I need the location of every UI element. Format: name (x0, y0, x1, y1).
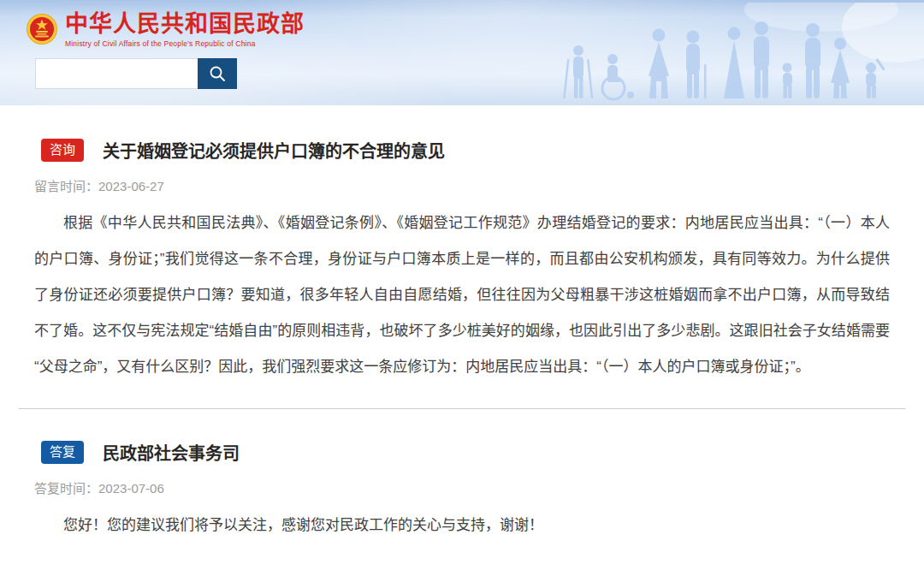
reply-title: 民政部社会事务司 (103, 440, 240, 465)
people-silhouettes-illustration (530, 3, 924, 104)
site-brand[interactable]: 中华人民共和国民政部 Ministry of Civil Affairs of … (26, 13, 305, 48)
site-title: 中华人民共和国民政部 (65, 13, 305, 36)
inquiry-time: 留言时间：2023-06-27 (34, 176, 890, 194)
inquiry-header: 咨询 关于婚姻登记必须提供户口簿的不合理的意见 (34, 138, 890, 163)
reply-body: 您好！您的建议我们将予以关注，感谢您对民政工作的关心与支持，谢谢！ (34, 508, 890, 543)
reply-badge: 答复 (41, 441, 84, 464)
reply-time: 答复时间：2023-07-06 (34, 478, 890, 496)
inquiry-time-label: 留言时间： (34, 179, 98, 193)
inquiry-time-value: 2023-06-27 (98, 179, 164, 193)
reply-time-value: 2023-07-06 (98, 481, 164, 496)
search-input[interactable] (35, 58, 198, 89)
search-button[interactable] (198, 58, 237, 89)
site-header: 中华人民共和国民政部 Ministry of Civil Affairs of … (0, 0, 924, 105)
inquiry-body: 根据《中华人民共和国民法典》、《婚姻登记条例》、《婚姻登记工作规范》办理结婚登记… (34, 205, 890, 385)
site-title-english: Ministry of Civil Affairs of the People'… (65, 40, 305, 48)
search-bar (35, 58, 237, 89)
reply-section: 答复 民政部社会事务司 答复时间：2023-07-06 您好！您的建议我们将予以… (34, 440, 890, 543)
national-emblem-logo (26, 13, 58, 45)
reply-header: 答复 民政部社会事务司 (34, 440, 890, 465)
section-divider (19, 408, 905, 409)
inquiry-section: 咨询 关于婚姻登记必须提供户口簿的不合理的意见 留言时间：2023-06-27 … (34, 138, 890, 385)
search-icon (208, 64, 227, 83)
qa-detail-page: 咨询 关于婚姻登记必须提供户口簿的不合理的意见 留言时间：2023-06-27 … (0, 138, 924, 543)
inquiry-title: 关于婚姻登记必须提供户口簿的不合理的意见 (103, 138, 445, 163)
reply-time-label: 答复时间： (34, 481, 98, 496)
inquiry-badge: 咨询 (41, 139, 84, 162)
